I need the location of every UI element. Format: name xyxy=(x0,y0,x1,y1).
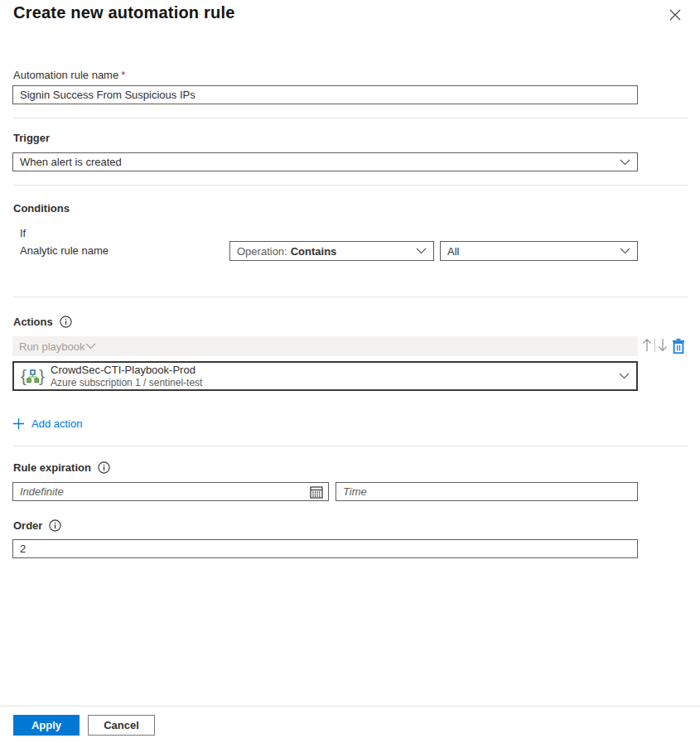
rule-name-input[interactable] xyxy=(12,85,638,104)
playbook-info: CrowdSec-CTI-Playbook-Prod Azure subscri… xyxy=(51,364,613,388)
brace-right: } xyxy=(39,367,45,384)
condition-operation-dropdown[interactable]: Operation:Contains xyxy=(229,241,434,261)
close-icon xyxy=(669,9,681,21)
divider xyxy=(13,185,688,186)
condition-operation-value: Operation:Contains xyxy=(237,245,416,258)
playbook-dropdown[interactable]: { } CrowdSec-CTI-Playbook-Prod Azure sub… xyxy=(12,361,638,391)
chevron-down-icon xyxy=(620,248,630,254)
trigger-dropdown[interactable]: When alert is created xyxy=(12,152,638,171)
add-action-button[interactable]: Add action xyxy=(13,417,82,430)
logic-app-glyph xyxy=(27,369,39,384)
action-type-value: Run playbook xyxy=(19,340,85,353)
logic-app-icon: { } xyxy=(21,368,45,385)
playbook-subtitle: Azure subscription 1 / sentinel-test xyxy=(51,377,613,388)
footer-divider xyxy=(0,706,700,707)
order-label: Order xyxy=(13,519,42,532)
condition-value-dropdown[interactable]: All xyxy=(440,241,638,261)
required-marker: * xyxy=(121,69,125,81)
operation-prefix: Operation: xyxy=(237,245,287,258)
condition-field-label: Analytic rule name xyxy=(20,244,109,257)
delete-action-button[interactable] xyxy=(669,335,688,355)
page-title: Create new automation rule xyxy=(13,3,234,22)
playbook-name: CrowdSec-CTI-Playbook-Prod xyxy=(51,364,613,376)
move-up-icon[interactable] xyxy=(641,337,653,353)
rule-name-label: Automation rule name* xyxy=(13,69,125,81)
trash-icon xyxy=(672,338,685,354)
chevron-down-icon xyxy=(620,159,630,166)
divider xyxy=(13,118,688,118)
if-label: If xyxy=(20,227,26,239)
close-button[interactable] xyxy=(665,5,685,25)
create-automation-rule-panel: { "header": { "title": "Create new autom… xyxy=(0,0,700,743)
divider xyxy=(13,446,688,446)
cancel-button[interactable]: Cancel xyxy=(88,715,155,736)
info-icon[interactable] xyxy=(49,519,61,532)
expiration-date-input[interactable] xyxy=(12,482,329,501)
divider xyxy=(13,297,688,297)
conditions-label: Conditions xyxy=(13,202,70,215)
rule-expiration-label: Rule expiration xyxy=(13,461,91,474)
expiration-time-input[interactable] xyxy=(336,482,638,501)
rule-name-label-text: Automation rule name xyxy=(13,69,118,81)
info-icon[interactable] xyxy=(98,461,110,474)
info-icon[interactable] xyxy=(60,316,72,328)
trigger-label: Trigger xyxy=(13,132,50,144)
plus-icon xyxy=(13,418,24,429)
add-action-label: Add action xyxy=(31,417,82,430)
order-input[interactable] xyxy=(12,539,638,558)
chevron-down-icon xyxy=(416,248,427,254)
action-type-dropdown: Run playbook xyxy=(12,336,638,356)
trigger-dropdown-value: When alert is created xyxy=(20,156,620,168)
apply-button[interactable]: Apply xyxy=(13,715,80,736)
divider xyxy=(654,339,655,352)
operation-value: Contains xyxy=(291,245,337,258)
condition-value: All xyxy=(447,245,620,258)
chevron-down-icon xyxy=(619,373,630,379)
brace-left: { xyxy=(21,367,27,384)
move-down-icon[interactable] xyxy=(657,337,669,353)
actions-label: Actions xyxy=(13,316,53,328)
chevron-down-icon xyxy=(85,343,96,350)
